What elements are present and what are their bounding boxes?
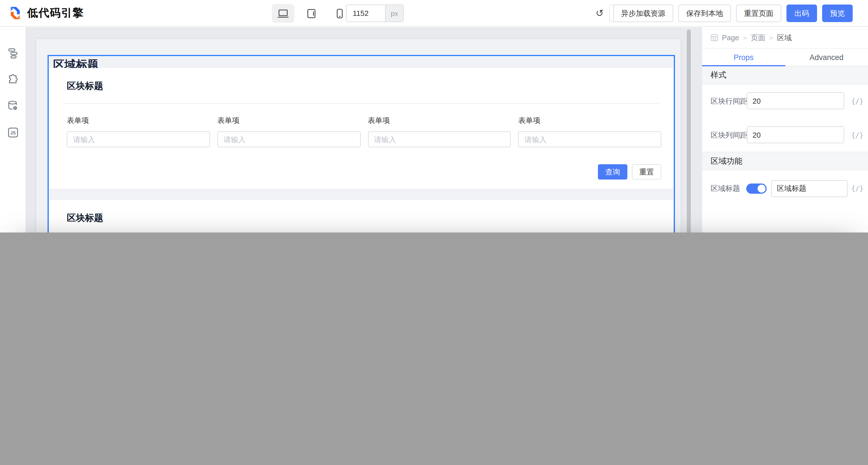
query-button[interactable]: 查询: [598, 164, 627, 180]
canvas-width-input[interactable]: [346, 5, 385, 22]
region-title-toggle[interactable]: [746, 184, 767, 194]
preview-button[interactable]: 预览: [822, 4, 853, 22]
canvas-width-control: px: [346, 4, 404, 22]
scrollbar-thumb[interactable]: [687, 29, 691, 232]
async-load-button[interactable]: 异步加载资源: [613, 4, 673, 22]
region-title-input[interactable]: [771, 180, 848, 197]
page-surface[interactable]: 区域标题 区块标题 表单项表单项表单项表单项 查询 重置 区块标题: [36, 39, 681, 232]
row-gap-setting: 区块行间距 {/}: [702, 84, 868, 118]
form-item-label: 表单项: [67, 116, 210, 126]
bind-variable-icon[interactable]: {/}: [851, 131, 864, 139]
col-gap-input[interactable]: [747, 126, 844, 143]
panel-tabs: Props Advanced: [702, 49, 868, 66]
canvas-width-unit: px: [385, 5, 403, 22]
section-feature: 区域功能: [702, 152, 868, 170]
selected-region[interactable]: 区域标题 区块标题 表单项表单项表单项表单项 查询 重置 区块标题: [48, 55, 675, 232]
screen: 低代码引擎: [0, 0, 868, 232]
design-canvas: 区域标题 区块标题 表单项表单项表单项表单项 查询 重置 区块标题: [26, 27, 702, 232]
region-title-setting: 区域标题 {/}: [702, 170, 868, 207]
form-actions: 查询 重置: [598, 164, 661, 180]
col-gap-label: 区块列间距: [711, 130, 747, 141]
logo-icon: [8, 6, 23, 21]
tab-advanced[interactable]: Advanced: [785, 49, 868, 66]
settings-panel: Page > 页面 > 区域 Props Advanced 样式 区块行间距 {…: [702, 27, 868, 232]
row-gap-input[interactable]: [747, 92, 844, 109]
block-title: 区块标题: [49, 200, 673, 224]
form-item-label: 表单项: [368, 116, 511, 126]
breadcrumb-separator: >: [743, 34, 747, 41]
datasource-icon[interactable]: [7, 100, 19, 112]
app-logo: 低代码引擎: [8, 6, 84, 21]
row-gap-label: 区块行间距: [711, 96, 747, 106]
breadcrumb-item-current[interactable]: 区域: [777, 33, 792, 43]
breadcrumb-separator: >: [770, 34, 773, 41]
grid-icon: [711, 34, 718, 41]
device-tablet-button[interactable]: [300, 4, 323, 23]
form-item-input[interactable]: [217, 131, 361, 147]
form-block[interactable]: 区块标题 表单项表单项表单项表单项 查询 重置: [49, 68, 673, 189]
form-item: 表单项: [67, 116, 210, 147]
logo-text: 低代码引擎: [27, 6, 84, 21]
form-item-input[interactable]: [518, 131, 662, 147]
region-title-label: 区域标题: [711, 184, 740, 194]
outcode-button[interactable]: 出码: [786, 4, 817, 22]
bind-variable-icon[interactable]: {/}: [851, 185, 864, 192]
save-local-button[interactable]: 保存到本地: [678, 4, 731, 22]
editor-sidebar: JS: [0, 27, 26, 232]
form-item-label: 表单项: [518, 116, 662, 126]
canvas-scrollbar[interactable]: [687, 28, 691, 232]
device-switch-group: [272, 4, 351, 23]
breadcrumb-item[interactable]: Page: [722, 33, 739, 42]
reset-button[interactable]: 重置: [632, 164, 661, 180]
form-item-input[interactable]: [67, 131, 210, 147]
js-panel-icon[interactable]: JS: [7, 127, 19, 138]
device-desktop-button[interactable]: [272, 4, 294, 23]
editor-toolbar: 低代码引擎: [0, 0, 868, 27]
reset-page-button[interactable]: 重置页面: [736, 4, 781, 22]
lowcode-editor-window: 低代码引擎: [0, 0, 868, 232]
section-style: 样式: [702, 66, 868, 84]
form-item: 表单项: [518, 116, 662, 147]
col-gap-setting: 区块列间距 {/}: [702, 118, 868, 152]
undo-icon[interactable]: ↺: [596, 8, 604, 18]
toolbar-actions: 异步加载资源 保存到本地 重置页面 出码 预览: [613, 4, 853, 22]
form-item-label: 表单项: [217, 116, 361, 126]
outline-tree-icon[interactable]: [7, 48, 19, 59]
breadcrumb: Page > 页面 > 区域: [702, 27, 868, 49]
form-row: 表单项表单项表单项表单项: [67, 116, 661, 147]
block-title: 区块标题: [49, 68, 673, 92]
form-item-input[interactable]: [368, 131, 511, 147]
svg-text:JS: JS: [10, 130, 16, 135]
block-divider: [63, 103, 660, 104]
bind-variable-icon[interactable]: {/}: [851, 97, 864, 105]
content-block[interactable]: 区块标题: [49, 200, 673, 232]
components-puzzle-icon[interactable]: [7, 74, 19, 85]
form-item: 表单项: [368, 116, 511, 147]
tab-props[interactable]: Props: [702, 49, 785, 66]
breadcrumb-item[interactable]: 页面: [751, 33, 766, 43]
toggle-knob: [757, 185, 766, 192]
form-item: 表单项: [217, 116, 361, 147]
